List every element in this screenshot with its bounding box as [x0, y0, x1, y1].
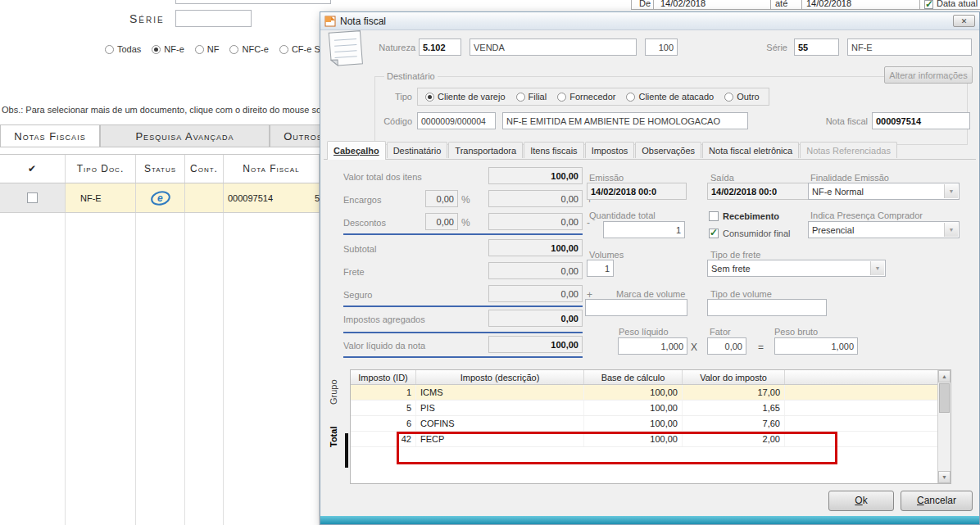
emissao-field[interactable]: 14/02/2018 00:0 — [587, 183, 687, 200]
natureza-numero-input[interactable]: 100 — [645, 38, 678, 56]
encargos-percent-field[interactable]: 0,00 — [425, 190, 458, 207]
de-date-value[interactable]: 14/02/2018 — [660, 0, 706, 8]
destinatario-nome-input[interactable]: NF-E EMITIDA EM AMBIENTE DE HOMOLOGACAO — [502, 112, 748, 129]
tab-destinatario[interactable]: Destinatário — [387, 142, 448, 158]
codigo-input[interactable]: 0000009/000004 — [417, 112, 496, 129]
side-tab-grupo[interactable]: Grupo — [329, 373, 338, 412]
impostos-agregados-field[interactable]: 0,00 — [488, 310, 583, 327]
radio-dot-icon — [425, 93, 434, 102]
tab-notas-referenciadas[interactable]: Notas Referenciadas — [800, 142, 897, 158]
radio-fornecedor[interactable]: Fornecedor — [557, 92, 615, 102]
recebimento-checkbox-row[interactable]: Recebimento — [709, 211, 779, 221]
cell-valor: 17,00 — [683, 385, 785, 400]
presenca-comprador-label: Indica Presença Comprador — [810, 210, 923, 220]
dialog-bottom-frame — [320, 516, 979, 524]
percent-sign: % — [461, 217, 470, 229]
consumidor-final-checkbox[interactable] — [709, 229, 719, 238]
cell-base: 100,00 — [584, 385, 683, 400]
ok-button[interactable]: Ok — [828, 491, 894, 511]
subtotal-field[interactable]: 100,00 — [488, 239, 583, 256]
destinatario-group-label: Destinatário — [384, 71, 438, 81]
impostos-table: Imposto (ID) Imposto (descrição) Base de… — [350, 369, 951, 484]
header-valor-imposto: Valor do imposto — [683, 370, 785, 384]
tab-itens-fiscais[interactable]: Itens fiscais — [524, 142, 583, 158]
tab-nota-fiscal-eletronica[interactable]: Nota fiscal eletrônica — [702, 142, 799, 158]
radio-nf[interactable]: NF — [195, 44, 220, 54]
radio-outro[interactable]: Outro — [724, 92, 760, 102]
seguro-field[interactable]: 0,00 — [488, 285, 583, 302]
recebimento-checkbox[interactable] — [709, 211, 719, 221]
chevron-down-icon[interactable]: ▼ — [944, 223, 958, 237]
peso-liquido-field[interactable]: 1,000 — [618, 337, 687, 355]
truncated-top-input[interactable] — [175, 0, 331, 4]
radio-nfe[interactable]: NF-e — [152, 44, 184, 54]
grid-empty-columns — [0, 213, 320, 525]
serie-valor-input[interactable]: 55 — [794, 38, 839, 56]
finalidade-emissao-dropdown[interactable]: NF-e Normal ▼ — [808, 183, 960, 200]
row-checkbox[interactable] — [27, 192, 38, 203]
tipo-frete-dropdown[interactable]: Sem frete ▼ — [707, 260, 886, 277]
radio-nfce[interactable]: NFC-e — [229, 44, 268, 54]
chevron-down-icon[interactable]: ▼ — [944, 184, 958, 198]
encargos-valor-field[interactable]: 0,00 — [488, 190, 583, 207]
tab-pesquisa-avancada[interactable]: Pesquisa Avançada — [100, 124, 270, 147]
radio-dot-icon — [279, 45, 288, 54]
radio-label: Outro — [737, 92, 760, 102]
cancelar-button[interactable]: Cancelar — [901, 491, 973, 511]
quantidade-total-field[interactable]: 1 — [603, 221, 685, 238]
radio-cliente-atacado[interactable]: Cliente de atacado — [626, 92, 714, 102]
imposto-row-pis[interactable]: 5 PIS 100,00 1,65 — [351, 401, 937, 416]
valor-total-itens-field[interactable]: 100,00 — [488, 167, 583, 184]
radio-cliente-varejo[interactable]: Cliente de varejo — [425, 92, 506, 102]
tab-transportadora[interactable]: Transportadora — [448, 142, 523, 158]
fator-field[interactable]: 0,00 — [707, 337, 746, 355]
frete-label: Frete — [343, 267, 365, 277]
tab-impostos[interactable]: Impostos — [585, 142, 635, 158]
natureza-descricao-input[interactable]: VENDA — [470, 38, 637, 56]
tab-notas-fiscais[interactable]: Notas Fiscais — [0, 124, 100, 147]
tipo-frete-value: Sem frete — [711, 264, 751, 274]
radio-filial[interactable]: Filial — [516, 92, 547, 102]
peso-liquido-label: Peso líquido — [619, 327, 669, 337]
descontos-percent-field[interactable]: 0,00 — [425, 213, 458, 230]
doc-type-radio-group: Todas NF-e NF NFC-e CF-e SAT — [105, 44, 331, 54]
scroll-up-icon[interactable]: ▲ — [938, 370, 951, 382]
natureza-codigo-input[interactable]: 5.102 — [419, 38, 461, 56]
marca-volume-field[interactable] — [585, 299, 687, 316]
nota-fiscal-numero-input[interactable]: 000097514 — [872, 112, 970, 129]
grid-row[interactable]: NF-E e 000097514 — [0, 183, 320, 213]
vertical-scrollbar[interactable]: ▲ ▼ — [937, 370, 951, 483]
peso-bruto-field[interactable]: 1,000 — [774, 337, 858, 355]
presenca-comprador-dropdown[interactable]: Presencial ▼ — [808, 221, 960, 238]
radio-todas[interactable]: Todas — [105, 44, 141, 54]
dialog-titlebar[interactable]: Nota fiscal ✕ — [320, 12, 979, 30]
volumes-field[interactable]: 1 — [587, 260, 614, 277]
saida-field[interactable]: 14/02/2018 00:0 — [707, 183, 809, 200]
side-tab-total[interactable]: Total — [329, 417, 338, 456]
cell-base: 100,00 — [584, 416, 683, 431]
grid-row-cont — [185, 183, 224, 212]
radio-dot-icon — [195, 45, 204, 54]
scroll-thumb[interactable] — [939, 383, 950, 413]
descontos-valor-field[interactable]: 0,00 — [488, 213, 583, 230]
valor-liquido-field[interactable]: 100,00 — [488, 336, 583, 353]
data-atual-checkbox[interactable] — [924, 0, 933, 9]
tab-cabecalho[interactable]: Cabeçalho — [327, 141, 386, 160]
equals-sign: = — [758, 342, 764, 353]
frete-field[interactable]: 0,00 — [488, 262, 583, 279]
destinatario-group — [374, 76, 968, 145]
grid-header-cont: Cont. — [185, 155, 224, 183]
tab-observacoes[interactable]: Observações — [635, 142, 701, 158]
chevron-down-icon[interactable]: ▼ — [870, 261, 884, 275]
consumidor-final-checkbox-row[interactable]: Consumidor final — [709, 229, 791, 238]
imposto-row-cofins[interactable]: 6 COFINS 100,00 7,60 — [351, 416, 937, 432]
ate-date-value[interactable]: 14/02/2018 — [806, 0, 851, 8]
cell-valor: 1,65 — [683, 401, 785, 415]
serie-modelo-input[interactable]: NF-E — [847, 38, 972, 56]
serie-filter-input[interactable] — [175, 10, 252, 27]
alterar-informacoes-button[interactable]: Alterar informações — [884, 66, 973, 84]
close-icon[interactable]: ✕ — [953, 15, 975, 27]
imposto-row-icms[interactable]: 1 ICMS 100,00 17,00 — [351, 385, 937, 401]
scroll-down-icon[interactable]: ▼ — [938, 471, 951, 483]
tipo-volume-field[interactable] — [707, 299, 827, 316]
